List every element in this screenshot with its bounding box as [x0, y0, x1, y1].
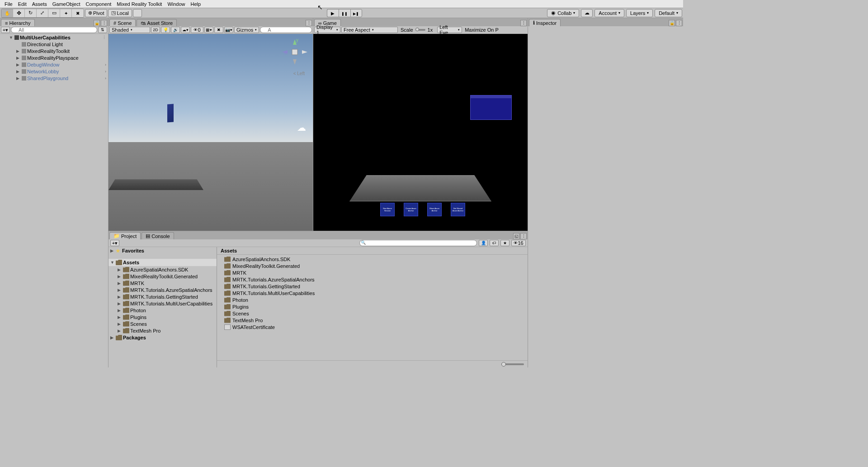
- project-tree-item[interactable]: ▶MRTK.Tutorials.AzureSpatialAnchors: [108, 286, 217, 293]
- favorites-section[interactable]: ▶ ★ Favorites: [108, 247, 217, 254]
- cloud-button[interactable]: [581, 9, 593, 17]
- project-content-item[interactable]: MixedRealityToolkit.Generated: [217, 262, 528, 269]
- scene-menu-button[interactable]: ⋮: [306, 20, 312, 26]
- rect-tool-button[interactable]: [48, 9, 60, 17]
- project-content-item[interactable]: MRTK.Tutorials.GettingStarted: [217, 283, 528, 290]
- project-search-input[interactable]: [359, 240, 477, 246]
- project-tree-item[interactable]: ▶AzureSpatialAnchors.SDK: [108, 266, 217, 273]
- camera-button[interactable]: 📷▾: [224, 27, 233, 33]
- project-tab[interactable]: 📁 Project: [109, 232, 141, 239]
- scene-viewport[interactable]: ☁ y z < Left: [108, 34, 313, 231]
- collab-dropdown[interactable]: ◉ Collab: [547, 9, 579, 17]
- scene-tab[interactable]: # Scene: [109, 19, 136, 26]
- rotate-tool-button[interactable]: [25, 9, 37, 17]
- shading-dropdown[interactable]: Shaded: [109, 27, 150, 33]
- project-content-item[interactable]: Photon: [217, 296, 528, 303]
- project-content-item[interactable]: MRTK.Tutorials.AzureSpatialAnchors: [217, 276, 528, 283]
- hierarchy-item[interactable]: ▶NetworkLobby›: [0, 68, 108, 75]
- pause-button[interactable]: [339, 9, 350, 17]
- project-tree-item[interactable]: ▶Photon: [108, 307, 217, 314]
- scene-search-input[interactable]: [260, 27, 312, 33]
- inspector-tab[interactable]: ℹ Inspector: [529, 19, 561, 26]
- project-content-item[interactable]: Plugins: [217, 303, 528, 310]
- scale-slider[interactable]: [415, 28, 419, 31]
- hierarchy-item[interactable]: ▶SharedPlayground›: [0, 75, 108, 81]
- project-tree-item[interactable]: ▶TextMesh Pro: [108, 327, 217, 334]
- move-tool-button[interactable]: [13, 9, 25, 17]
- project-tree-item[interactable]: ▶MRTK: [108, 280, 217, 286]
- project-hidden-button[interactable]: 👁16: [511, 240, 526, 246]
- project-content-item[interactable]: AzureSpatialAnchors.SDK: [217, 256, 528, 262]
- menu-gameobject[interactable]: GameObject: [50, 1, 83, 7]
- step-button[interactable]: [350, 9, 362, 17]
- lighting-button[interactable]: 💡: [161, 27, 170, 33]
- project-content-item[interactable]: MRTK.Tutorials.MultiUserCapabilities: [217, 290, 528, 296]
- eye-dropdown[interactable]: Left Eye: [437, 27, 462, 33]
- hand-tool-button[interactable]: [1, 9, 13, 17]
- maximize-label[interactable]: Maximize On P: [465, 27, 499, 33]
- project-tree-item[interactable]: ▶Scenes: [108, 320, 217, 327]
- hierarchy-filter-button[interactable]: ⇅: [98, 27, 107, 33]
- menu-edit[interactable]: Edit: [15, 1, 29, 7]
- hidden-button[interactable]: 👁0: [191, 27, 203, 33]
- hierarchy-item[interactable]: Directional Light: [0, 41, 108, 48]
- transform-tool-button[interactable]: [60, 9, 72, 17]
- layout-dropdown[interactable]: Default: [655, 9, 682, 17]
- inspector-lock-button[interactable]: 🔒: [669, 20, 675, 26]
- scale-tool-button[interactable]: [37, 9, 48, 17]
- project-create-button[interactable]: +▾: [110, 240, 119, 246]
- play-button[interactable]: [327, 9, 339, 17]
- project-filter1-button[interactable]: 👤: [479, 240, 488, 246]
- menu-window[interactable]: Window: [165, 1, 188, 7]
- menu-mrtk[interactable]: Mixed Reality Toolkit: [114, 1, 165, 7]
- project-tree-item[interactable]: ▶Plugins: [108, 314, 217, 320]
- fx-button[interactable]: ☁▾: [181, 27, 190, 33]
- project-filter2-button[interactable]: 🏷: [490, 240, 499, 246]
- hierarchy-tab[interactable]: ≡ Hierarchy: [1, 19, 35, 26]
- hierarchy-menu-button[interactable]: ⋮: [101, 20, 107, 26]
- menu-component[interactable]: Component: [83, 1, 114, 7]
- menu-assets[interactable]: Assets: [29, 1, 50, 7]
- hierarchy-search-input[interactable]: [11, 27, 97, 33]
- hierarchy-item[interactable]: ▶MixedRealityPlayspace: [0, 54, 108, 61]
- project-breadcrumb[interactable]: Assets: [217, 247, 528, 255]
- thumbnail-size-slider[interactable]: [501, 363, 524, 365]
- audio-button[interactable]: 🔊: [171, 27, 180, 33]
- project-tree-item[interactable]: ▶MixedRealityToolkit.Generated: [108, 273, 217, 280]
- grid-button[interactable]: ▦▾: [204, 27, 213, 33]
- project-content-item[interactable]: WSATestCertificate: [217, 324, 528, 330]
- snap-toggle[interactable]: [133, 9, 142, 17]
- packages-section[interactable]: ▶ Packages: [108, 334, 217, 341]
- tool1-button[interactable]: ✖: [214, 27, 223, 33]
- assets-section[interactable]: ▼ Assets: [108, 259, 217, 266]
- menu-help[interactable]: Help: [188, 1, 204, 7]
- account-dropdown[interactable]: Account: [594, 9, 624, 17]
- asset-store-tab[interactable]: 🛍 Asset Store: [137, 19, 177, 26]
- hierarchy-create-button[interactable]: +▾: [1, 27, 10, 33]
- hierarchy-lock-button[interactable]: 🔒: [94, 20, 100, 26]
- gizmos-dropdown[interactable]: Gizmos: [234, 27, 259, 33]
- menu-file[interactable]: File: [2, 1, 15, 7]
- aspect-dropdown[interactable]: Free Aspect: [341, 27, 398, 33]
- hierarchy-item[interactable]: ▶DebugWindow›: [0, 61, 108, 68]
- hierarchy-item[interactable]: ▶MixedRealityToolkit: [0, 48, 108, 54]
- project-favorites-button[interactable]: ★: [500, 240, 509, 246]
- 2d-toggle-button[interactable]: 2D: [151, 27, 160, 33]
- scene-menu-icon[interactable]: ⋮: [102, 35, 106, 40]
- custom-tool-button[interactable]: [72, 9, 84, 17]
- project-menu-button[interactable]: ⋮: [520, 233, 527, 239]
- project-tree-item[interactable]: ▶MRTK.Tutorials.GettingStarted: [108, 293, 217, 300]
- console-tab[interactable]: ▤ Console: [142, 232, 174, 239]
- layers-dropdown[interactable]: Layers: [626, 9, 653, 17]
- display-dropdown[interactable]: Display 1: [314, 27, 340, 33]
- inspector-menu-button[interactable]: ⋮: [676, 20, 682, 26]
- project-expand-button[interactable]: ◱: [513, 233, 519, 239]
- hierarchy-scene-row[interactable]: ▼ MultiUserCapabilities ⋮: [0, 34, 108, 41]
- pivot-toggle[interactable]: ⊕ Pivot: [85, 9, 107, 17]
- local-toggle[interactable]: ◳ Local: [108, 9, 132, 17]
- game-menu-button[interactable]: ⋮: [520, 20, 527, 26]
- project-content-item[interactable]: TextMesh Pro: [217, 317, 528, 324]
- project-content-item[interactable]: MRTK: [217, 269, 528, 276]
- project-tree-item[interactable]: ▶MRTK.Tutorials.MultiUserCapabilities: [108, 300, 217, 307]
- project-content-item[interactable]: Scenes: [217, 310, 528, 317]
